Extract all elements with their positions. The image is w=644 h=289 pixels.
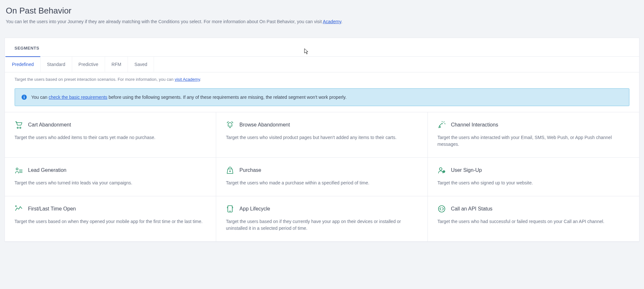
info-suffix: before using the following segments. If … [107,95,346,100]
segment-desc: Target the users who interacted with you… [437,134,630,148]
segment-desc: Target the users who turned into leads v… [14,180,206,186]
bag-icon [226,166,234,174]
segment-card-user-signup[interactable]: User Sign-Up Target the users who signed… [428,158,639,196]
segment-desc: Target the users who added items to thei… [14,134,206,141]
page-title: On Past Behavior [6,6,638,16]
academy-link[interactable]: Academy [323,19,341,24]
segment-card-browse-abandonment[interactable]: Browse Abandonment Target the users who … [216,112,428,158]
segment-title: Call an API Status [451,206,493,212]
segment-title: Purchase [239,167,261,173]
segment-grid: Cart Abandonment Target the users who ad… [5,112,639,242]
info-banner-text: You can check the basic requirements bef… [31,95,347,100]
segment-card-app-lifecycle[interactable]: App Lifecycle Target the users based on … [216,196,428,242]
tab-description: Target the users based on preset interac… [5,72,639,85]
check-requirements-link[interactable]: check the basic requirements [49,95,107,100]
segment-desc: Target the users who had successful or f… [437,218,630,225]
info-banner: i You can check the basic requirements b… [14,88,630,106]
cart-icon [14,121,23,129]
segment-card-first-last-open[interactable]: First/Last Time Open Target the users ba… [5,196,216,242]
segment-desc: Target the users based on if they curren… [226,218,418,232]
tab-desc-suffix: . [200,77,201,82]
segments-panel: SEGMENTS Predefined Standard Predictive … [5,38,639,242]
phone-icon [226,205,234,213]
tab-rfm[interactable]: RFM [105,57,128,72]
tab-predictive[interactable]: Predictive [72,57,105,72]
page-subtitle: You can let the users into your Journey … [6,19,638,24]
segment-title: App Lifecycle [239,206,270,212]
segments-label: SEGMENTS [5,38,639,56]
segment-card-call-api-status[interactable]: Call an API Status Target the users who … [428,196,639,242]
segment-card-channel-interactions[interactable]: Channel Interactions Target the users wh… [428,112,639,158]
signup-icon [437,166,446,174]
segment-card-lead-generation[interactable]: Lead Generation Target the users who tur… [5,158,216,196]
tab-standard[interactable]: Standard [41,57,72,72]
visit-academy-link[interactable]: visit Academy [175,77,200,82]
api-icon [437,205,446,213]
segment-title: Lead Generation [28,167,66,173]
svg-point-0 [438,206,445,212]
segment-desc: Target the users who signed up to your w… [437,180,630,186]
segment-desc: Target the users based on when they open… [14,218,206,225]
segment-title: Browse Abandonment [239,122,290,128]
subtitle-suffix: . [341,19,342,24]
segment-tabs: Predefined Standard Predictive RFM Saved [5,56,639,72]
info-prefix: You can [31,95,49,100]
tab-saved[interactable]: Saved [128,57,154,72]
segment-card-cart-abandonment[interactable]: Cart Abandonment Target the users who ad… [5,112,216,158]
segment-title: First/Last Time Open [28,206,76,212]
tab-predefined[interactable]: Predefined [5,57,41,72]
time-icon [14,205,23,213]
subtitle-text: You can let the users into your Journey … [6,19,323,24]
segment-desc: Target the users who visited product pag… [226,134,418,141]
lead-icon [14,166,23,174]
segment-card-purchase[interactable]: Purchase Target the users who made a pur… [216,158,428,196]
channel-icon [437,121,446,129]
segment-desc: Target the users who made a purchase wit… [226,180,418,186]
info-icon: i [22,95,27,100]
bell-icon [226,121,234,129]
segment-title: User Sign-Up [451,167,482,173]
tab-desc-text: Target the users based on preset interac… [14,77,175,82]
segment-title: Channel Interactions [451,122,498,128]
segment-title: Cart Abandonment [28,122,71,128]
